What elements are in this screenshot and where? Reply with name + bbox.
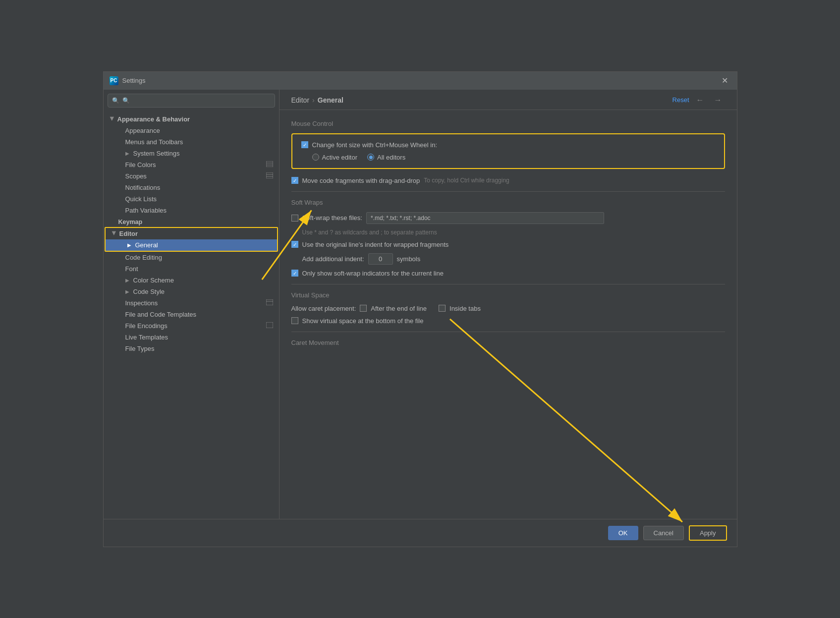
sidebar-item-menus-toolbars[interactable]: Menus and Toolbars	[104, 136, 279, 148]
after-end-label: After the end of line	[371, 305, 427, 312]
divider-2	[291, 284, 725, 284]
only-show-indicators-checkbox[interactable]	[291, 270, 298, 277]
divider-1	[291, 191, 725, 192]
all-editors-option[interactable]: All editors	[367, 154, 405, 161]
sidebar-item-system-settings[interactable]: ▶ System Settings	[104, 148, 279, 159]
svg-rect-0	[266, 161, 273, 167]
sidebar-item-appearance-behavior[interactable]: ▶ Appearance & Behavior	[104, 113, 279, 125]
sidebar-item-label: Code Editing	[125, 254, 162, 261]
sidebar-item-file-types[interactable]: File Types	[104, 343, 279, 354]
soft-wrap-files-input[interactable]	[366, 212, 604, 224]
svg-rect-6	[266, 299, 273, 305]
sidebar-item-code-style[interactable]: ▶ Code Style	[104, 286, 279, 297]
breadcrumb-actions: Reset ← →	[672, 95, 725, 106]
chevron-right-icon: ▶	[125, 289, 130, 294]
radio-group: Active editor All editors	[301, 154, 715, 161]
search-icon: 🔍	[112, 97, 119, 104]
sidebar-item-label: Font	[125, 265, 138, 273]
move-code-row: Move code fragments with drag-and-drop T…	[291, 177, 725, 184]
back-button[interactable]: ←	[693, 95, 707, 106]
active-editor-option[interactable]: Active editor	[312, 154, 358, 161]
additional-indent-label: Add additional indent:	[302, 255, 364, 263]
sidebar-item-general[interactable]: ▶ General	[106, 239, 277, 251]
search-input[interactable]	[122, 97, 271, 104]
after-end-checkbox[interactable]	[360, 305, 367, 312]
sidebar-item-label: Inspections	[125, 299, 158, 307]
sidebar-item-label: Menus and Toolbars	[125, 138, 183, 146]
bottom-bar: OK Cancel Apply	[104, 519, 737, 547]
reset-button[interactable]: Reset	[672, 96, 689, 104]
additional-indent-input[interactable]	[368, 253, 393, 265]
ok-button[interactable]: OK	[608, 526, 638, 540]
sidebar-item-file-encodings[interactable]: File Encodings	[104, 320, 279, 332]
close-button[interactable]: ✕	[719, 75, 731, 87]
sidebar-item-label: Editor	[119, 230, 138, 237]
sidebar-item-label: Quick Lists	[125, 195, 157, 203]
search-box[interactable]: 🔍	[108, 94, 275, 108]
sidebar-item-inspections[interactable]: Inspections	[104, 297, 279, 309]
change-font-label: Change font size with Ctrl+Mouse Wheel i…	[312, 141, 438, 149]
breadcrumb: Editor › General	[291, 96, 343, 104]
sidebar-item-live-templates[interactable]: Live Templates	[104, 332, 279, 343]
file-encodings-icon	[266, 322, 273, 330]
move-code-hint: To copy, hold Ctrl while dragging	[424, 177, 509, 184]
sidebar-item-label: General	[135, 241, 158, 249]
apply-button[interactable]: Apply	[689, 525, 727, 541]
sidebar-item-path-variables[interactable]: Path Variables	[104, 205, 279, 216]
chevron-down-icon: ▶	[109, 116, 114, 121]
sidebar-item-label: Scopes	[125, 172, 147, 180]
sidebar-item-label: File and Code Templates	[125, 311, 197, 318]
sidebar-item-label: Path Variables	[125, 207, 167, 214]
sidebar-item-font[interactable]: Font	[104, 263, 279, 275]
only-show-indicators-label: Only show soft-wrap indicators for the c…	[302, 270, 444, 277]
mouse-control-title: Mouse Control	[291, 120, 725, 127]
sidebar-item-code-editing[interactable]: Code Editing	[104, 252, 279, 263]
soft-wrap-files-label: Soft-wrap these files:	[302, 214, 362, 222]
forward-button[interactable]: →	[711, 95, 725, 106]
sidebar-item-quick-lists[interactable]: Quick Lists	[104, 193, 279, 205]
sidebar-item-label: File Types	[125, 345, 155, 352]
active-editor-radio[interactable]	[312, 154, 319, 161]
breadcrumb-parent: Editor	[291, 96, 310, 104]
soft-wraps-title: Soft Wraps	[291, 199, 725, 206]
all-editors-radio[interactable]	[367, 154, 374, 161]
sidebar-item-scopes[interactable]: Scopes	[104, 170, 279, 182]
show-virtual-space-label: Show virtual space at the bottom of the …	[302, 317, 424, 325]
file-colors-icon	[266, 161, 273, 169]
mouse-control-box: Change font size with Ctrl+Mouse Wheel i…	[291, 133, 725, 169]
sidebar-item-file-code-templates[interactable]: File and Code Templates	[104, 309, 279, 320]
sidebar-item-appearance[interactable]: Appearance	[104, 125, 279, 136]
breadcrumb-separator: ›	[312, 96, 315, 104]
move-code-checkbox[interactable]	[291, 177, 298, 184]
sidebar-keymap-label: Keymap	[104, 216, 279, 227]
soft-wrap-files-checkbox[interactable]	[291, 215, 298, 222]
caret-movement-title: Caret Movement	[291, 339, 725, 346]
show-virtual-space-checkbox[interactable]	[291, 317, 298, 324]
sidebar-item-label: File Encodings	[125, 322, 168, 330]
original-indent-row: Use the original line's indent for wrapp…	[291, 241, 725, 248]
inside-tabs-checkbox[interactable]	[439, 305, 446, 312]
all-editors-label: All editors	[377, 154, 405, 161]
inside-tabs-label: Inside tabs	[449, 305, 481, 312]
editor-section-outline: ▶ Editor ▶ General	[105, 227, 278, 252]
soft-wrap-hint: Use * and ? as wildcards and ; to separa…	[291, 229, 725, 236]
sidebar-item-notifications[interactable]: Notifications	[104, 182, 279, 193]
original-indent-checkbox[interactable]	[291, 241, 298, 248]
change-font-checkbox[interactable]	[301, 141, 308, 148]
sidebar-item-editor[interactable]: ▶ Editor	[106, 228, 277, 239]
sidebar-item-file-colors[interactable]: File Colors	[104, 159, 279, 170]
sidebar-item-label: Code Style	[133, 288, 165, 295]
divider-3	[291, 332, 725, 332]
soft-wrap-files-row: Soft-wrap these files:	[291, 212, 725, 224]
cancel-button[interactable]: Cancel	[643, 526, 684, 540]
title-bar: PC Settings ✕	[104, 72, 737, 90]
chevron-right-icon: ▶	[125, 151, 130, 156]
sidebar-item-label: Appearance & Behavior	[117, 115, 190, 123]
chevron-right-icon: ▶	[127, 242, 132, 248]
svg-rect-3	[266, 172, 273, 178]
sidebar-item-label: File Colors	[125, 161, 156, 169]
sidebar-item-label: Appearance	[125, 127, 160, 134]
chevron-down-icon: ▶	[111, 231, 116, 236]
sidebar-item-color-scheme[interactable]: ▶ Color Scheme	[104, 275, 279, 286]
breadcrumb-current: General	[318, 96, 343, 104]
